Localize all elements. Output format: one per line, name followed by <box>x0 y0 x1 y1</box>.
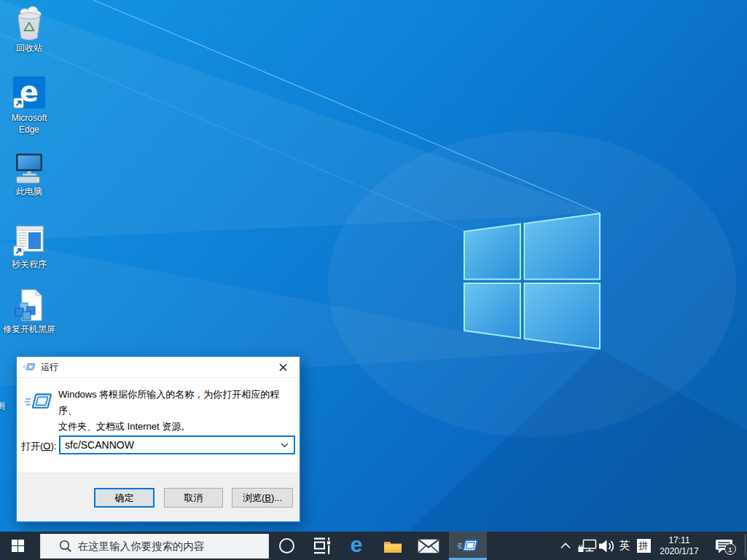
taskbar: e <box>0 532 747 560</box>
run-icon <box>23 362 36 372</box>
network-tray-icon[interactable] <box>576 532 598 560</box>
file-explorer-button[interactable] <box>377 532 409 560</box>
chevron-up-icon <box>560 543 571 549</box>
browse-button[interactable]: 浏览(B)... <box>232 488 293 508</box>
tray-show-hidden-icons-button[interactable] <box>556 532 575 560</box>
show-desktop-button[interactable] <box>745 535 746 557</box>
desktop-icon-partially-hidden[interactable]: 测 <box>0 400 5 412</box>
task-view-button[interactable] <box>305 532 337 560</box>
registry-file-icon <box>12 288 46 322</box>
ime-pinyin-icon: 拼 <box>637 539 651 553</box>
windows-start-icon <box>12 540 24 552</box>
desktop-icon-microsoft-edge[interactable]: e Microsoft Edge <box>1 76 57 135</box>
chevron-down-icon[interactable] <box>281 443 289 448</box>
desktop-icon-label: 秒关程序 <box>1 259 57 270</box>
clock[interactable]: 17:11 2020/1/17 <box>653 532 705 560</box>
ethernet-icon <box>578 539 597 553</box>
ime-mode-indicator[interactable]: 拼 <box>634 532 653 560</box>
action-center-button[interactable]: 1 <box>707 532 740 560</box>
run-icon <box>457 537 479 554</box>
mail-button[interactable] <box>412 532 445 560</box>
ok-button[interactable]: 确定 <box>94 488 155 508</box>
run-dialog-titlebar[interactable]: 运行 <box>17 357 300 378</box>
search-input[interactable] <box>78 540 260 552</box>
folder-icon <box>383 539 402 553</box>
edge-icon: e <box>351 534 363 556</box>
edge-taskbar-button[interactable]: e <box>340 532 372 560</box>
run-dialog: 运行 Windows 将根据你所输入的名称，为你打开相应的程序、 文件夹、文档或… <box>16 356 300 522</box>
tray-time: 17:11 <box>668 535 689 546</box>
recycle-bin-icon <box>12 4 47 41</box>
cortana-icon <box>279 538 294 553</box>
desktop-icon-label: 回收站 <box>1 42 57 54</box>
open-label: 打开(O): <box>21 440 56 453</box>
search-icon <box>59 540 72 553</box>
start-button[interactable] <box>0 532 35 560</box>
notification-badge: 1 <box>724 543 736 555</box>
run-dialog-taskbar-button[interactable] <box>449 532 487 560</box>
desktop-icon-label: 修复开机黑屏 <box>1 323 57 335</box>
taskbar-search-box[interactable] <box>40 534 269 559</box>
dialog-description: Windows 将根据你所输入的名称，为你打开相应的程序、 文件夹、文档或 In… <box>58 387 295 435</box>
this-pc-icon <box>12 149 47 184</box>
close-button[interactable] <box>267 357 300 377</box>
desktop-icon-label: Edge <box>1 124 57 135</box>
task-view-icon <box>313 537 331 554</box>
app-window-icon <box>12 224 46 257</box>
desktop-icon-label: Microsoft <box>1 112 57 124</box>
cancel-button[interactable]: 取消 <box>164 488 223 508</box>
dialog-title: 运行 <box>41 361 58 374</box>
mail-icon <box>418 539 439 553</box>
run-icon-large <box>24 390 53 413</box>
close-icon <box>279 363 287 371</box>
volume-tray-icon[interactable] <box>597 532 617 560</box>
desktop-icon-repair-black-screen[interactable]: 修复开机黑屏 <box>1 288 57 335</box>
desktop-icon-label: 此电脑 <box>1 186 57 197</box>
edge-icon: e <box>12 76 46 109</box>
run-command-combobox <box>59 435 295 454</box>
desktop-icon-miao-guan-app[interactable]: 秒关程序 <box>1 224 57 270</box>
tray-date: 2020/1/17 <box>660 546 698 557</box>
desktop-icon-this-pc[interactable]: 此电脑 <box>1 149 57 197</box>
desktop-icon-recycle-bin[interactable]: 回收站 <box>1 4 57 54</box>
language-indicator[interactable]: 英 <box>615 532 634 560</box>
speaker-icon <box>599 539 616 553</box>
run-command-input[interactable] <box>60 437 294 453</box>
cortana-button[interactable] <box>270 532 302 560</box>
